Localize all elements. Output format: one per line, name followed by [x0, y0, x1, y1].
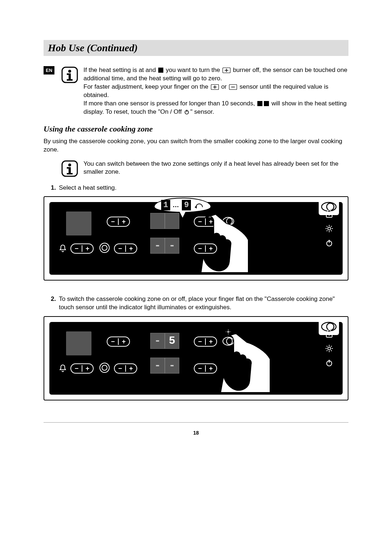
- plus-sensor-icon: [222, 68, 230, 73]
- svg-line-33: [327, 226, 327, 227]
- page-root: Hob Use (Continued) EN If the heat setti…: [0, 0, 392, 458]
- svg-point-16: [68, 164, 71, 166]
- display-dash: -: [154, 335, 161, 347]
- black-square-icon: [264, 101, 269, 106]
- svg-point-50: [102, 365, 107, 370]
- side-icon-column: [325, 209, 333, 247]
- info-text-1: If the heat setting is at and you want t…: [83, 66, 348, 116]
- svg-rect-4: [67, 73, 70, 75]
- svg-marker-39: [195, 206, 197, 209]
- svg-point-28: [328, 227, 331, 230]
- display-five: 5: [169, 335, 175, 347]
- svg-line-36: [327, 230, 327, 231]
- control-panel: −+ −+ −+ −+ −+ - 5 --: [49, 322, 343, 395]
- digit-9: 9: [182, 200, 191, 210]
- info-note-heat-setting: EN If the heat setting is at and you wan…: [44, 66, 348, 116]
- timer-adjust: −+: [70, 243, 94, 254]
- svg-line-59: [331, 350, 332, 351]
- figure-2-casserole-toggle: −+ −+ −+ −+ −+ - 5 --: [44, 316, 348, 400]
- info-icon: [61, 66, 78, 84]
- zone-adjust-top-left: −+: [107, 217, 130, 227]
- language-badge: EN: [44, 66, 54, 74]
- figure-1-select-heat: −+ −+ −+ −+ −+ --: [44, 196, 348, 281]
- bell-icon: [58, 244, 68, 254]
- svg-line-58: [327, 346, 327, 347]
- indicator-light-icon: [226, 329, 231, 334]
- svg-point-44: [228, 331, 229, 333]
- footer-rule: [44, 422, 348, 423]
- timer-display: [66, 211, 91, 235]
- info-icon: [61, 160, 78, 177]
- lock-icon: [325, 329, 333, 338]
- digit-1: 1: [161, 200, 170, 210]
- timer-display: [66, 331, 91, 355]
- step-text: To switch the casserole cooking zone on …: [59, 295, 348, 312]
- svg-line-60: [331, 346, 332, 347]
- step-number: 1.: [51, 184, 56, 192]
- step-text: Select a heat setting.: [59, 184, 117, 192]
- zone-adjust-bottom-left: −+: [114, 243, 137, 254]
- svg-point-25: [102, 245, 107, 250]
- step-2: 2. To switch the casserole cooking zone …: [51, 295, 348, 312]
- text: you want to turn the: [164, 67, 222, 73]
- svg-point-24: [100, 243, 109, 253]
- intro-paragraph: By using the casserole cooking zone, you…: [44, 137, 348, 154]
- ellipsis: …: [172, 201, 180, 209]
- step-1: 1. Select a heat setting.: [51, 184, 348, 192]
- text: If more than one sensor is pressed for l…: [83, 100, 257, 107]
- subsection-heading: Using the casserole cooking zone: [44, 124, 348, 134]
- info-note-switch-zone: You can switch between the two zone sett…: [44, 160, 348, 177]
- power-icon: [325, 359, 333, 367]
- text: or: [220, 83, 229, 90]
- svg-line-35: [331, 226, 332, 227]
- hand-pointing-icon: [212, 334, 270, 392]
- black-square-icon: [257, 101, 262, 106]
- section-title-bar: Hob Use (Continued): [44, 40, 348, 56]
- svg-point-1: [68, 70, 71, 73]
- text: For faster adjustment, keep your finger …: [83, 83, 210, 90]
- heat-display-top: - 5: [150, 333, 179, 349]
- heat-display-bottom: --: [150, 238, 179, 254]
- heat-range-callout: 1 … 9: [154, 198, 211, 213]
- step-number: 2.: [51, 295, 56, 303]
- svg-point-52: [329, 335, 330, 336]
- timer-adjust: −+: [70, 363, 94, 374]
- heat-display-top: [150, 213, 179, 229]
- svg-rect-18: [67, 173, 73, 174]
- lock-icon: [325, 209, 333, 218]
- cycle-arrow-icon: [195, 202, 204, 209]
- svg-point-27: [329, 215, 330, 216]
- info-text-2: You can switch between the two zone sett…: [83, 160, 348, 177]
- power-icon: [184, 109, 189, 115]
- minus-sensor-icon: [229, 84, 237, 90]
- black-square-icon: [158, 68, 163, 73]
- svg-line-61: [327, 350, 327, 351]
- control-panel: −+ −+ −+ −+ −+ --: [49, 202, 343, 275]
- zone-adjust-top-left: −+: [107, 337, 130, 347]
- hand-pointing-icon: [194, 214, 248, 273]
- side-icon-column: [325, 329, 333, 367]
- text: If the heat setting is at and: [83, 67, 158, 73]
- page-number: 18: [44, 430, 348, 436]
- zone-adjust-bottom-left: −+: [114, 363, 137, 374]
- plus-sensor-icon: [211, 84, 219, 90]
- light-icon: [325, 344, 333, 352]
- light-icon: [325, 225, 333, 233]
- dual-ring-icon: [99, 242, 110, 254]
- text: " sensor.: [190, 108, 214, 115]
- power-icon: [325, 239, 333, 247]
- svg-rect-3: [67, 79, 73, 81]
- svg-line-34: [331, 230, 332, 231]
- bell-icon: [58, 364, 68, 374]
- svg-point-49: [100, 363, 109, 372]
- section-title: Hob Use (Continued): [48, 42, 344, 54]
- svg-point-53: [328, 347, 331, 350]
- heat-display-bottom: --: [150, 358, 179, 374]
- svg-rect-19: [67, 167, 70, 169]
- dual-ring-icon: [99, 362, 110, 374]
